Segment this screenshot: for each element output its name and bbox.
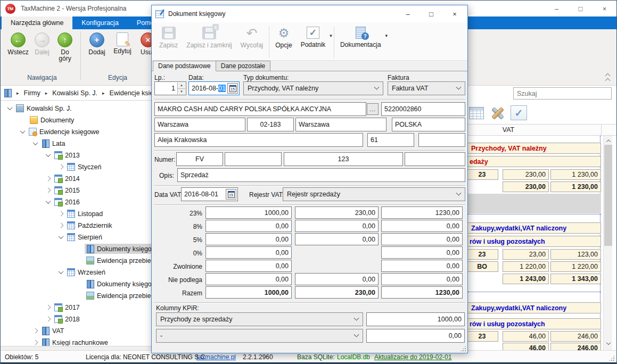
gross-field[interactable]: 1230,00	[381, 206, 463, 219]
chevron-right-icon[interactable]	[46, 305, 51, 310]
taxpayer-button[interactable]: ✓ Podatnik	[297, 27, 330, 48]
close-button[interactable]: ×	[593, 1, 616, 16]
vertical-scrollbar[interactable]	[603, 136, 612, 353]
search-input[interactable]	[513, 87, 612, 100]
vat-total-cell[interactable]: 230,00	[503, 181, 549, 192]
tree-item-pazdziernik[interactable]: Październik	[59, 220, 114, 231]
number-part2-field[interactable]	[225, 152, 282, 166]
table-columns-icon[interactable]	[469, 107, 484, 119]
chevron-down-icon[interactable]	[59, 234, 64, 239]
tab-dane-pozostale[interactable]: Dane pozostałe	[216, 61, 270, 71]
scroll-up-icon[interactable]	[604, 137, 613, 145]
scrollbar-thumb[interactable]	[604, 145, 612, 246]
number-part3-field[interactable]: 123	[284, 152, 403, 166]
gross-field[interactable]: 0,00	[381, 246, 463, 259]
number-part4-field[interactable]	[405, 152, 465, 166]
updates-link[interactable]: Aktualizacje do 2019-02-01	[374, 353, 451, 361]
lp-stepper[interactable]: 1 ▲▼	[154, 81, 186, 95]
tree-item-styczen[interactable]: Styczeń	[59, 161, 103, 172]
doc-type-cell[interactable]: Zakupy,wydatki,VAT naliczony	[468, 302, 601, 313]
number-part1-field[interactable]: FV	[176, 152, 223, 166]
register-cell[interactable]: rów i usług pozostałych	[468, 318, 601, 329]
chevron-right-icon[interactable]	[59, 223, 64, 228]
tab-dane-podstawowe[interactable]: Dane podstawowe	[153, 61, 216, 71]
vat-amount-cell[interactable]: 46,00	[503, 331, 549, 342]
vat-total-field[interactable]: 230,00	[295, 286, 379, 299]
chevron-right-icon[interactable]	[46, 176, 51, 181]
add-button[interactable]: + Dodaj	[85, 32, 109, 55]
calendar-icon[interactable]: 15	[226, 189, 236, 200]
net-field[interactable]: 0,00	[205, 220, 292, 232]
chevron-down-icon[interactable]	[7, 105, 13, 110]
vat-amount-cell[interactable]: 230,00	[503, 169, 549, 180]
register-cell[interactable]: edaży	[468, 156, 601, 167]
gross-amount-cell[interactable]: 1 230,00	[550, 169, 601, 180]
dialog-minimize-button[interactable]: –	[396, 5, 419, 22]
chevron-right-icon[interactable]	[59, 211, 64, 217]
taxpayer-dropdown-icon[interactable]: ▾	[330, 33, 332, 38]
stepper-arrows[interactable]: ▲▼	[177, 82, 185, 94]
tree-item-lata[interactable]: Lata	[34, 138, 67, 149]
chevron-right-icon[interactable]	[33, 340, 38, 345]
tree-item-2018[interactable]: 2018	[46, 313, 81, 325]
tree-item-ksiegi-rachunkowe[interactable]: Księgi rachunkowe	[34, 337, 110, 346]
gross-amount-cell[interactable]: 1 220,00	[550, 261, 601, 272]
contractor-lookup-button[interactable]: ...	[367, 103, 379, 115]
back-button[interactable]: ← Wstecz	[6, 32, 30, 55]
chevron-down-icon[interactable]	[20, 128, 26, 134]
minimize-button[interactable]: –	[545, 1, 569, 16]
rate-cell[interactable]: BO	[468, 261, 498, 272]
tree-item-2014[interactable]: 2014	[46, 173, 81, 184]
city-field[interactable]: Warszawa	[154, 118, 245, 131]
tree-item-vat[interactable]: VAT	[34, 325, 65, 336]
breadcrumb-item-firmy[interactable]: Firmy	[24, 89, 40, 97]
dialog-maximize-button[interactable]: □	[419, 5, 443, 22]
chevron-right-icon[interactable]	[59, 164, 64, 170]
tree-item-2016[interactable]: 2016	[46, 196, 81, 208]
dialog-close-button[interactable]: ×	[443, 5, 466, 22]
breadcrumb-item-kowalski[interactable]: Kowalski Sp. J.	[52, 89, 97, 97]
register-cell[interactable]: rów i usług pozostałych	[468, 236, 601, 247]
net-field[interactable]: 1000,00	[205, 206, 292, 219]
vat-field[interactable]: 0,00	[295, 220, 379, 232]
tree-item-2015[interactable]: 2015	[46, 185, 81, 196]
rate-cell[interactable]: 23	[468, 249, 498, 260]
tree-item-ewidencje-ksiegowe[interactable]: Ewidencje księgowe	[21, 126, 101, 137]
tools-icon[interactable]	[490, 106, 505, 120]
scroll-down-icon[interactable]	[604, 338, 613, 346]
net-field[interactable]: 0,00	[205, 246, 292, 259]
gross-amount-cell[interactable]: 246,00	[550, 331, 601, 342]
dialog-resize-grip[interactable]	[460, 345, 466, 352]
description-field[interactable]: Sprzedaż	[177, 168, 465, 182]
vat-date-field[interactable]: 2016-08-01 15	[181, 187, 238, 201]
gross-total-cell[interactable]: 1 230,00	[550, 181, 601, 192]
doc-type-cell[interactable]: Przychody, VAT należny	[468, 143, 601, 154]
gross-total-cell[interactable]: 1 343,00	[550, 274, 601, 284]
gross-field[interactable]: 0,00	[381, 233, 463, 245]
chevron-down-icon[interactable]	[46, 152, 51, 157]
net-field[interactable]: 0,00	[205, 273, 292, 285]
chevron-right-icon[interactable]	[46, 188, 51, 193]
selected-row-band[interactable]	[468, 194, 601, 213]
tree-item-dokumenty-ksiegowe[interactable]: Dokumenty księgowe	[85, 243, 162, 254]
window-resize-grip[interactable]	[608, 355, 615, 361]
doc-type-select[interactable]: Przychody, VAT należny	[243, 81, 383, 95]
tab-konfiguracja[interactable]: Konfiguracja	[72, 16, 128, 29]
kpir-value1-field[interactable]: 1000,00	[366, 312, 465, 326]
vat-column-header[interactable]: VAT	[468, 125, 549, 135]
vat-field[interactable]: 230,00	[295, 206, 379, 219]
vat-field[interactable]: 0,00	[295, 273, 379, 285]
documentation-dropdown-icon[interactable]: ▾	[385, 33, 388, 38]
tree-item-2017[interactable]: 2017	[46, 302, 81, 313]
gross-field[interactable]: 0,00	[381, 260, 463, 272]
check-filter-button[interactable]: ✓	[511, 105, 527, 120]
date-field[interactable]: 2016-08-01 15	[188, 81, 240, 95]
kpir-column1-select[interactable]: Przychody ze sprzedaży	[156, 312, 363, 326]
nip-field[interactable]: 5220002860	[381, 102, 465, 116]
vat-amount-cell[interactable]: 1 220,00	[503, 261, 549, 272]
rate-cell[interactable]: 23	[468, 169, 498, 180]
gross-amount-cell[interactable]: 123,00	[550, 249, 601, 260]
tree-item-kowalski[interactable]: Kowalski Sp. J.	[8, 103, 73, 114]
tab-narzedzia-glowne[interactable]: Narzędzia główne	[2, 16, 72, 29]
kpir-column2-select[interactable]: -	[156, 329, 363, 343]
